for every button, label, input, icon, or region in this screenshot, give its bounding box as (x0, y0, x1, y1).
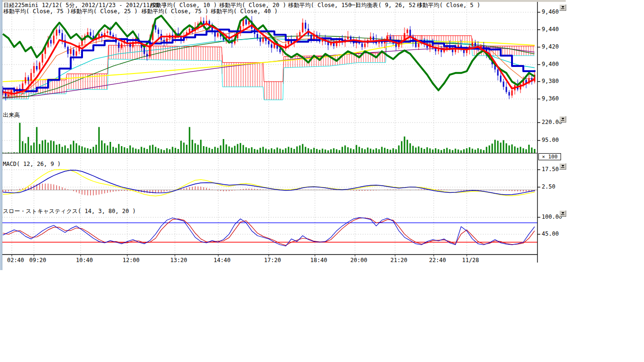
stoch-scale-dropdown[interactable] (559, 210, 566, 217)
x-axis-tick-label: 12:00 (121, 257, 141, 263)
macd-scale-dropdown[interactable] (559, 163, 566, 170)
y-axis-tick-label: 9,400 (542, 61, 559, 67)
y-axis-tick-label: 45.00 (542, 231, 559, 237)
volume-scale-dropdown[interactable] (559, 116, 566, 123)
y-axis-tick-label: 17.50 (542, 166, 559, 173)
stochastics-panel (2, 218, 537, 246)
price-scale-dropdown[interactable] (559, 4, 566, 11)
legend-item: 移動平均( Close, 150 ) (288, 2, 358, 8)
x-axis-tick-label: 18:40 (308, 257, 329, 263)
macd-panel-title: MACD( 12, 26, 9 ) (3, 161, 61, 167)
x-axis-tick-label: 22:40 (427, 257, 448, 263)
x-axis-tick-label: 09:20 (27, 257, 48, 263)
y-axis-tick-label: 9,440 (542, 26, 559, 33)
x-axis-tick-label: 02:40 (5, 257, 26, 263)
y-axis-tick-label: 9,380 (542, 78, 559, 84)
volume-multiplier-box: × 100 (538, 153, 561, 160)
x-axis-tick-label: 14:40 (212, 257, 232, 263)
y-axis-tick-label: 95.00 (542, 137, 559, 143)
x-axis-tick-label: 13:20 (168, 257, 189, 263)
chevron-down-icon (561, 212, 564, 214)
x-axis-tick-label: 20:00 (348, 257, 369, 263)
y-axis-tick-label: 9,420 (542, 44, 559, 50)
legend-item: 移動平均( Close, 40 ) (211, 8, 278, 15)
macd-panel (2, 169, 537, 196)
y-axis-tick-label: 9,460 (542, 9, 559, 15)
volume-bars (2, 123, 537, 154)
y-axis-tick-label: 2.50 (542, 184, 555, 190)
volume-panel-title: 出来高 (3, 112, 20, 118)
stochastics-panel-title: スロー・ストキャスティクス( 14, 3, 80, 20 ) (3, 208, 136, 214)
chart-canvas (0, 0, 570, 271)
legend-item: 移動平均( Close, 75 ) (3, 8, 70, 15)
legend-item: 移動平均( Close, 25 ) (71, 8, 138, 15)
chart-application-window: 日経225mini 12/12( 5分, 2012/11/23 - 2012/1… (0, 0, 644, 362)
x-axis-tick-label: 11/28 (460, 257, 481, 263)
chevron-down-icon (561, 118, 564, 120)
legend-item: 一目均衡表( 9, 26, 52 ) (350, 2, 422, 8)
window-left-strip (0, 0, 2, 270)
legend-item: 移動平均( Close, 5 ) (417, 2, 480, 8)
y-axis-tick-label: 9,360 (542, 96, 559, 102)
x-axis-tick-label: 21:20 (388, 257, 409, 263)
legend-item: 移動平均( Close, 75 ) (141, 8, 208, 15)
x-axis-tick-label: 10:40 (74, 257, 95, 263)
chevron-down-icon (561, 6, 564, 8)
x-axis-tick-label: 17:20 (262, 257, 283, 263)
chevron-down-icon (561, 165, 564, 167)
